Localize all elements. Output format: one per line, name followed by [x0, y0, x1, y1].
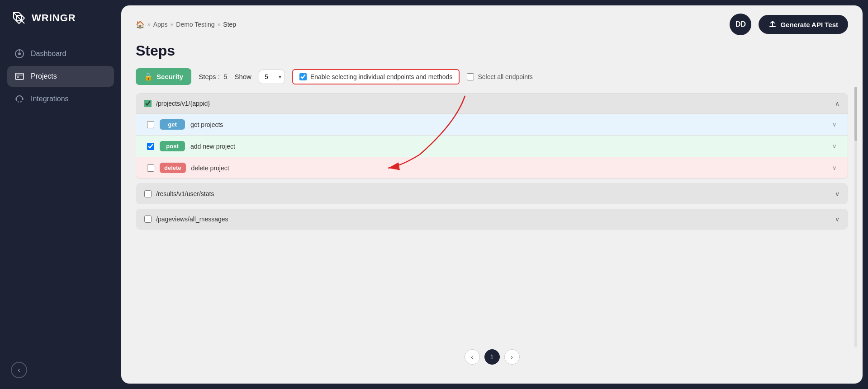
- endpoint-item-post: post add new project ∨: [136, 135, 848, 157]
- scrollbar-thumb[interactable]: [854, 87, 857, 141]
- toolbar: 🔒 Security Steps : 5 Show 5 10 25 50 Ena…: [136, 68, 848, 85]
- main-content: 🏠 » Apps » Demo Testing » Step DD Genera…: [121, 5, 863, 384]
- select-all-label: Select all endpoints: [478, 73, 532, 80]
- sidebar: WRINGR Dashboard Projects: [0, 0, 121, 389]
- endpoint-item-left-delete: delete delete project: [147, 163, 229, 173]
- integrations-icon: [14, 94, 24, 104]
- sidebar-nav: Dashboard Projects Integrations: [0, 36, 121, 355]
- svg-point-2: [18, 52, 21, 55]
- endpoint-group-header-2[interactable]: /results/v1/user/stats ∨: [136, 184, 848, 204]
- svg-line-0: [14, 13, 24, 23]
- endpoint-group-1: /projects/v1/{appid} ∧ get get projects …: [136, 93, 848, 179]
- endpoint-item-delete: delete delete project ∨: [136, 157, 848, 178]
- dashboard-icon: [14, 49, 24, 59]
- endpoint-group-2: /results/v1/user/stats ∨: [136, 183, 848, 204]
- svg-rect-5: [17, 76, 19, 78]
- endpoint-group-left-3: /pageviews/all_messages: [144, 216, 228, 223]
- sidebar-item-label: Integrations: [31, 95, 69, 103]
- endpoint-item-left-post: post add new project: [147, 141, 235, 151]
- breadcrumb-sep1: »: [147, 21, 151, 28]
- next-page-button[interactable]: ›: [504, 349, 520, 365]
- header: 🏠 » Apps » Demo Testing » Step DD Genera…: [121, 5, 863, 35]
- enable-endpoints-checkbox-container[interactable]: Enable selecting individual endpoints an…: [292, 69, 460, 84]
- page-title: Steps: [136, 42, 848, 59]
- svg-point-6: [15, 98, 17, 100]
- sidebar-collapse: ‹: [0, 355, 121, 389]
- generate-api-test-button[interactable]: Generate API Test: [759, 15, 848, 34]
- breadcrumb-project[interactable]: Demo Testing: [176, 21, 214, 28]
- sidebar-item-projects[interactable]: Projects: [7, 66, 114, 87]
- page-content: Steps 🔒 Security Steps : 5 Show 5 10 25 …: [121, 35, 863, 384]
- method-badge-get: get: [160, 119, 185, 130]
- enable-endpoints-label: Enable selecting individual endpoints an…: [310, 73, 452, 80]
- sidebar-item-label: Dashboard: [31, 50, 66, 58]
- method-badge-post: post: [160, 141, 185, 151]
- breadcrumb-home-icon[interactable]: 🏠: [136, 20, 145, 29]
- endpoint-group-3: /pageviews/all_messages ∨: [136, 209, 848, 230]
- scrollbar-track: [854, 87, 857, 347]
- endpoint-item-left-get: get get projects: [147, 119, 223, 130]
- upload-icon: [768, 20, 777, 28]
- method-badge-delete: delete: [160, 163, 186, 173]
- endpoint-group-checkbox-2[interactable]: [144, 190, 152, 197]
- endpoint-chevron-delete[interactable]: ∨: [832, 164, 837, 171]
- endpoint-chevron-get[interactable]: ∨: [832, 121, 837, 128]
- breadcrumb-apps[interactable]: Apps: [153, 21, 168, 28]
- endpoint-chevron-post[interactable]: ∨: [832, 143, 837, 150]
- endpoint-group-header-3[interactable]: /pageviews/all_messages ∨: [136, 209, 848, 229]
- enable-endpoints-checkbox[interactable]: [299, 73, 307, 80]
- security-badge[interactable]: 🔒 Security: [136, 68, 191, 85]
- projects-icon: [14, 71, 24, 81]
- select-all-container[interactable]: Select all endpoints: [467, 73, 532, 80]
- endpoint-group-header-1[interactable]: /projects/v1/{appid} ∧: [136, 94, 848, 113]
- breadcrumb-sep2: »: [171, 21, 174, 28]
- collapse-button[interactable]: ‹: [11, 362, 27, 378]
- endpoint-name-delete: delete project: [191, 164, 229, 172]
- breadcrumb: 🏠 » Apps » Demo Testing » Step: [136, 20, 236, 29]
- show-select[interactable]: 5 10 25 50: [259, 70, 285, 84]
- select-all-checkbox[interactable]: [467, 73, 474, 80]
- pagination: ‹ 1 ›: [136, 340, 848, 369]
- page-1-button[interactable]: 1: [484, 349, 500, 365]
- app-name: WRINGR: [32, 12, 76, 24]
- endpoint-group-path-1: /projects/v1/{appid}: [156, 100, 210, 107]
- breadcrumb-sep3: »: [218, 21, 221, 28]
- sidebar-item-dashboard[interactable]: Dashboard: [7, 43, 114, 64]
- endpoint-item-get: get get projects ∨: [136, 113, 848, 135]
- logo-icon: [11, 10, 27, 26]
- svg-point-7: [22, 98, 24, 100]
- sidebar-item-label: Projects: [31, 72, 57, 80]
- lock-icon: 🔒: [144, 72, 153, 81]
- endpoint-group-checkbox-3[interactable]: [144, 216, 152, 223]
- endpoint-group-checkbox-1[interactable]: [144, 100, 152, 107]
- endpoint-checkbox-delete[interactable]: [147, 164, 154, 172]
- endpoint-checkbox-get[interactable]: [147, 121, 154, 128]
- endpoint-group-path-3: /pageviews/all_messages: [156, 216, 228, 223]
- show-label: Show: [234, 73, 251, 80]
- show-select-wrapper: 5 10 25 50: [259, 70, 285, 84]
- endpoint-group-left-2: /results/v1/user/stats: [144, 190, 214, 197]
- logo: WRINGR: [0, 0, 121, 36]
- avatar-button[interactable]: DD: [730, 14, 751, 35]
- breadcrumb-current: Step: [223, 21, 236, 28]
- endpoint-name-get: get projects: [190, 121, 223, 128]
- endpoint-group-chevron-2: ∨: [835, 190, 840, 197]
- endpoint-checkbox-post[interactable]: [147, 143, 154, 150]
- endpoint-group-path-2: /results/v1/user/stats: [156, 190, 214, 197]
- endpoint-group-chevron-3: ∨: [835, 216, 840, 223]
- steps-label: Steps : 5: [199, 73, 227, 80]
- prev-page-button[interactable]: ‹: [465, 349, 480, 365]
- svg-rect-4: [15, 73, 24, 80]
- endpoint-items-1: get get projects ∨ post add new project …: [136, 113, 848, 178]
- endpoint-group-chevron-1: ∧: [835, 100, 840, 107]
- endpoint-name-post: add new project: [190, 143, 235, 150]
- sidebar-item-integrations[interactable]: Integrations: [7, 89, 114, 109]
- endpoints-list: /projects/v1/{appid} ∧ get get projects …: [136, 93, 848, 340]
- security-label: Security: [157, 73, 183, 80]
- header-right: DD Generate API Test: [730, 14, 848, 35]
- endpoint-group-left-1: /projects/v1/{appid}: [144, 100, 210, 107]
